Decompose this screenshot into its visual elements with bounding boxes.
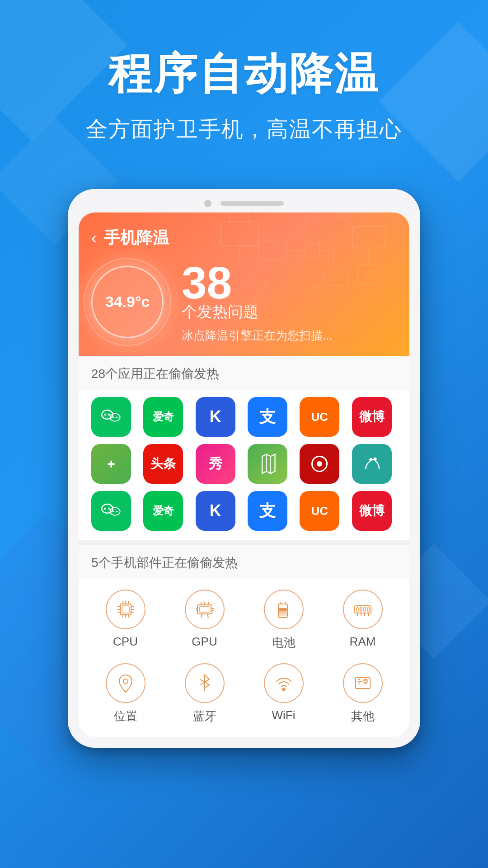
app-icon-uc-2[interactable]: UC xyxy=(300,491,339,531)
svg-point-35 xyxy=(104,508,106,510)
app-icon-iqiyi-2[interactable]: 爱奇 xyxy=(143,491,183,531)
app-icon-weibo-2[interactable]: 微博 xyxy=(352,491,392,531)
app-icon-camel[interactable] xyxy=(352,444,392,484)
svg-point-31 xyxy=(317,461,322,467)
section-divider xyxy=(79,540,409,545)
svg-point-80 xyxy=(123,679,128,684)
hardware-icon-other xyxy=(343,663,383,703)
app-icon-meipai[interactable]: 秀 xyxy=(196,444,235,484)
svg-point-15 xyxy=(340,215,343,217)
hardware-item-cpu: CPU xyxy=(91,590,160,651)
hardware-name-gpu: GPU xyxy=(192,635,217,649)
hardware-name-bluetooth: 蓝牙 xyxy=(193,708,216,724)
hardware-item-gpu: GPU xyxy=(170,590,239,651)
svg-point-39 xyxy=(116,510,117,512)
phone-camera xyxy=(204,200,211,207)
svg-rect-55 xyxy=(199,607,210,612)
hardware-name-other: 其他 xyxy=(351,708,375,724)
hardware-icon-ram xyxy=(343,590,383,629)
hardware-grid-2: 位置 蓝牙 xyxy=(79,660,409,737)
temperature-value: 34.9°c xyxy=(105,293,150,311)
app-icon-wechat-2[interactable] xyxy=(91,491,131,531)
svg-point-33 xyxy=(373,458,376,461)
svg-rect-71 xyxy=(355,606,371,613)
scan-text: 冰点降温引擎正在为您扫描... xyxy=(182,328,397,344)
hardware-item-wifi: WiFi xyxy=(249,663,318,724)
svg-rect-68 xyxy=(279,609,286,610)
svg-rect-4 xyxy=(258,241,286,260)
svg-point-26 xyxy=(113,416,114,418)
hero-section: 程序自动降温 全方面护卫手机，高温不再担心 xyxy=(0,0,488,171)
svg-point-36 xyxy=(108,508,110,510)
svg-rect-69 xyxy=(279,611,286,613)
svg-rect-89 xyxy=(364,680,367,682)
hardware-name-cpu: CPU xyxy=(113,635,138,649)
svg-rect-0 xyxy=(221,222,258,245)
svg-rect-54 xyxy=(197,605,212,614)
svg-point-13 xyxy=(366,271,372,277)
hardware-name-location: 位置 xyxy=(114,708,137,724)
hardware-icon-battery xyxy=(264,590,304,629)
svg-line-18 xyxy=(258,278,267,297)
hardware-icon-location xyxy=(106,663,145,703)
svg-rect-74 xyxy=(364,608,366,611)
hardware-icon-cpu xyxy=(106,590,145,629)
svg-rect-83 xyxy=(356,678,370,689)
hardware-section-label: 5个手机部件正在偷偷发热 xyxy=(79,545,409,579)
hardware-grid: CPU xyxy=(79,579,409,660)
svg-rect-41 xyxy=(122,606,129,613)
svg-point-21 xyxy=(315,286,319,290)
hardware-item-location: 位置 xyxy=(91,663,160,724)
hardware-item-battery: 电池 xyxy=(249,590,318,651)
hardware-icon-wifi xyxy=(264,663,304,703)
app-icon-maps[interactable] xyxy=(248,444,287,484)
phone-notch xyxy=(79,200,409,207)
hardware-icon-gpu xyxy=(185,590,225,629)
hardware-item-bluetooth: 蓝牙 xyxy=(170,663,239,724)
app-icon-netease[interactable] xyxy=(300,444,339,484)
svg-point-38 xyxy=(113,510,114,512)
phone-frame: ‹ 手机降温 34.9°c 38 个发热问题 冰点降温引擎正在为您扫描... xyxy=(68,189,420,748)
svg-point-32 xyxy=(369,458,372,461)
app-icon-alipay[interactable]: 支 xyxy=(248,397,287,437)
apps-grid: 爱奇 K 支 UC 微博 + xyxy=(79,390,409,540)
svg-rect-6 xyxy=(305,243,319,257)
app-icon-kuwo[interactable]: K xyxy=(196,397,235,437)
app-icon-weibo[interactable]: 微博 xyxy=(352,397,392,437)
hardware-name-wifi: WiFi xyxy=(272,708,296,722)
app-icon-iqiyi[interactable]: 爱奇 xyxy=(143,397,183,437)
app-icon-uc[interactable]: UC xyxy=(300,397,339,437)
temperature-circle: 34.9°c xyxy=(91,266,164,338)
svg-point-23 xyxy=(104,414,106,416)
hardware-name-ram: RAM xyxy=(350,635,376,649)
hardware-name-battery: 电池 xyxy=(272,635,296,651)
svg-line-63 xyxy=(201,614,202,618)
app-icon-wechat[interactable] xyxy=(91,397,131,437)
hero-subtitle: 全方面护卫手机，高温不再担心 xyxy=(27,115,461,144)
app-icon-youxi[interactable]: + xyxy=(91,444,131,484)
app-icon-kuwo-2[interactable]: K xyxy=(196,491,235,531)
svg-rect-12 xyxy=(357,264,381,283)
svg-line-64 xyxy=(207,614,208,618)
svg-rect-75 xyxy=(367,608,369,611)
app-icon-toutiao[interactable]: 头条 xyxy=(143,444,183,484)
svg-point-17 xyxy=(304,215,307,217)
apps-section-label: 28个应用正在偷偷发热 xyxy=(79,356,409,390)
svg-point-24 xyxy=(108,414,110,416)
phone-mockup: ‹ 手机降温 34.9°c 38 个发热问题 冰点降温引擎正在为您扫描... xyxy=(68,189,420,748)
hero-title: 程序自动降温 xyxy=(27,45,461,104)
svg-point-27 xyxy=(116,416,117,418)
app-icon-alipay-2[interactable]: 支 xyxy=(248,491,287,531)
hardware-item-ram: RAM xyxy=(328,590,397,651)
app-header: ‹ 手机降温 34.9°c 38 个发热问题 冰点降温引擎正在为您扫描... xyxy=(79,212,409,356)
hardware-item-other: 其他 xyxy=(328,663,397,724)
phone-speaker xyxy=(221,201,284,206)
svg-rect-70 xyxy=(279,614,286,616)
svg-rect-9 xyxy=(324,269,348,286)
svg-point-19 xyxy=(254,297,258,301)
phone-screen: ‹ 手机降温 34.9°c 38 个发热问题 冰点降温引擎正在为您扫描... xyxy=(79,212,409,737)
svg-rect-10 xyxy=(353,226,386,248)
svg-rect-73 xyxy=(360,608,362,611)
hardware-icon-bluetooth xyxy=(185,663,225,703)
svg-point-82 xyxy=(282,688,285,691)
